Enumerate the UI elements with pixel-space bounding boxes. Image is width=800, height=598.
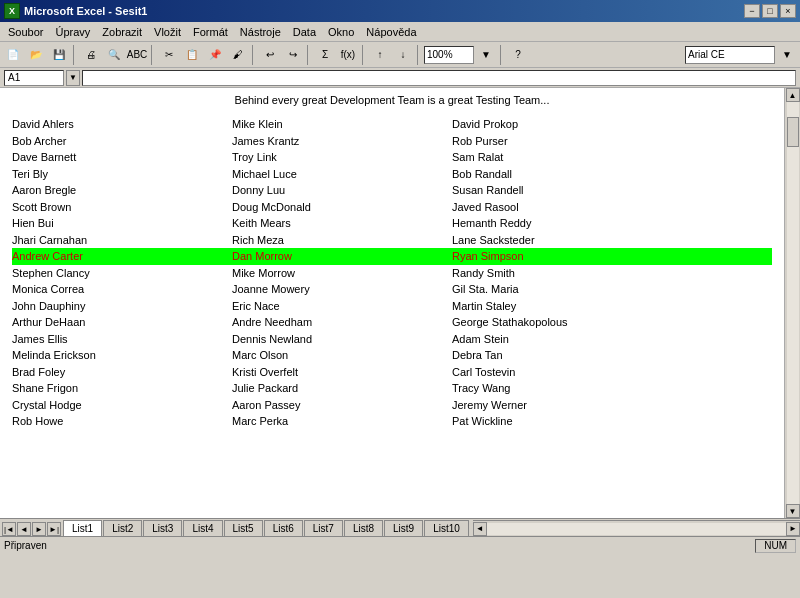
font-drop-button[interactable]: ▼	[776, 44, 798, 66]
name-col3: Jeremy Werner	[452, 397, 772, 414]
tab-prev-button[interactable]: ◄	[17, 522, 31, 536]
table-row: Crystal HodgeAaron PasseyJeremy Werner	[12, 397, 772, 414]
name-col2: Dennis Newland	[232, 331, 452, 348]
menu-soubor[interactable]: Soubor	[2, 25, 49, 39]
vertical-scrollbar[interactable]: ▲ ▼	[784, 88, 800, 518]
name-col3: Debra Tan	[452, 347, 772, 364]
name-col2: Andre Needham	[232, 314, 452, 331]
status-text: Připraven	[4, 540, 47, 551]
name-col2: Troy Link	[232, 149, 452, 166]
table-row: Melinda EricksonMarc OlsonDebra Tan	[12, 347, 772, 364]
name-col2: Mike Klein	[232, 116, 452, 133]
toolbar-separator-5	[362, 45, 366, 65]
cell-reference[interactable]: A1	[4, 70, 64, 86]
spell-check-button[interactable]: ABC	[126, 44, 148, 66]
table-row: David AhlersMike KleinDavid Prokop	[12, 116, 772, 133]
copy-button[interactable]: 📋	[181, 44, 203, 66]
redo-button[interactable]: ↪	[282, 44, 304, 66]
name-col2: Marc Olson	[232, 347, 452, 364]
name-col1: Jhari Carnahan	[12, 232, 232, 249]
table-row: Teri BlyMichael LuceBob Randall	[12, 166, 772, 183]
sheet-tab-list7[interactable]: List7	[304, 520, 343, 536]
name-col3: Gil Sta. Maria	[452, 281, 772, 298]
tab-next-button[interactable]: ►	[32, 522, 46, 536]
formula-bar: A1 ▼	[0, 68, 800, 88]
zoom-drop-button[interactable]: ▼	[475, 44, 497, 66]
sheet-tab-list9[interactable]: List9	[384, 520, 423, 536]
sheet-tab-list5[interactable]: List5	[224, 520, 263, 536]
name-col1: David Ahlers	[12, 116, 232, 133]
print-preview-button[interactable]: 🔍	[103, 44, 125, 66]
scroll-track[interactable]	[787, 102, 799, 504]
sort-asc-button[interactable]: ↑	[369, 44, 391, 66]
menu-zobrazit[interactable]: Zobrazit	[96, 25, 148, 39]
hscroll-right-button[interactable]: ►	[786, 522, 800, 536]
scroll-thumb[interactable]	[787, 117, 799, 147]
menu-upravy[interactable]: Úpravy	[49, 25, 96, 39]
toolbar-separator-4	[307, 45, 311, 65]
table-row: Arthur DeHaanAndre NeedhamGeorge Stathak…	[12, 314, 772, 331]
sheet-tab-list1[interactable]: List1	[63, 520, 102, 536]
name-col2: Doug McDonald	[232, 199, 452, 216]
name-col3: Sam Ralat	[452, 149, 772, 166]
tab-first-button[interactable]: |◄	[2, 522, 16, 536]
menu-format[interactable]: Formát	[187, 25, 234, 39]
hscroll-left-button[interactable]: ◄	[473, 522, 487, 536]
table-row: John DauphinyEric NaceMartin Staley	[12, 298, 772, 315]
sum-button[interactable]: Σ	[314, 44, 336, 66]
sheet-tab-list3[interactable]: List3	[143, 520, 182, 536]
hscroll-track[interactable]	[487, 523, 786, 535]
new-button[interactable]: 📄	[2, 44, 24, 66]
name-col3: George Stathakopolous	[452, 314, 772, 331]
format-painter-button[interactable]: 🖌	[227, 44, 249, 66]
save-button[interactable]: 💾	[48, 44, 70, 66]
formula-input[interactable]	[82, 70, 796, 86]
menu-bar: Soubor Úpravy Zobrazit Vložit Formát Nás…	[0, 22, 800, 42]
maximize-button[interactable]: □	[762, 4, 778, 18]
name-col1: Rob Howe	[12, 413, 232, 430]
zoom-box[interactable]: 100%	[424, 46, 474, 64]
window-title: Microsoft Excel - Sesit1	[24, 5, 148, 17]
scroll-up-button[interactable]: ▲	[786, 88, 800, 102]
font-box[interactable]: Arial CE	[685, 46, 775, 64]
paste-button[interactable]: 📌	[204, 44, 226, 66]
name-col1: Bob Archer	[12, 133, 232, 150]
undo-button[interactable]: ↩	[259, 44, 281, 66]
cut-button[interactable]: ✂	[158, 44, 180, 66]
minimize-button[interactable]: −	[744, 4, 760, 18]
sheet-tab-list8[interactable]: List8	[344, 520, 383, 536]
open-button[interactable]: 📂	[25, 44, 47, 66]
formula-drop-button[interactable]: ▼	[66, 70, 80, 86]
menu-vlozit[interactable]: Vložit	[148, 25, 187, 39]
table-row: Brad FoleyKristi OverfeltCarl Tostevin	[12, 364, 772, 381]
scroll-down-button[interactable]: ▼	[786, 504, 800, 518]
name-col2: Joanne Mowery	[232, 281, 452, 298]
sheet-tab-list10[interactable]: List10	[424, 520, 469, 536]
name-col1: Monica Correa	[12, 281, 232, 298]
num-lock-indicator: NUM	[755, 539, 796, 553]
name-col3: Javed Rasool	[452, 199, 772, 216]
name-col1: Teri Bly	[12, 166, 232, 183]
menu-data[interactable]: Data	[287, 25, 322, 39]
sheet-tab-list2[interactable]: List2	[103, 520, 142, 536]
print-button[interactable]: 🖨	[80, 44, 102, 66]
table-row: Jhari CarnahanRich MezaLane Sacksteder	[12, 232, 772, 249]
sheet-tab-list6[interactable]: List6	[264, 520, 303, 536]
name-col1: James Ellis	[12, 331, 232, 348]
menu-nastroje[interactable]: Nástroje	[234, 25, 287, 39]
tab-last-button[interactable]: ►|	[47, 522, 61, 536]
name-col2: Dan Morrow	[232, 248, 452, 265]
header-text: Behind every great Development Team is a…	[12, 94, 772, 106]
name-col1: Crystal Hodge	[12, 397, 232, 414]
name-col3: Lane Sacksteder	[452, 232, 772, 249]
sheet-tab-list4[interactable]: List4	[183, 520, 222, 536]
menu-okno[interactable]: Okno	[322, 25, 360, 39]
sort-desc-button[interactable]: ↓	[392, 44, 414, 66]
table-row: Dave BarnettTroy LinkSam Ralat	[12, 149, 772, 166]
table-row: Monica CorreaJoanne MoweryGil Sta. Maria	[12, 281, 772, 298]
help-button[interactable]: ?	[507, 44, 529, 66]
close-button[interactable]: ×	[780, 4, 796, 18]
name-col1: Melinda Erickson	[12, 347, 232, 364]
function-button[interactable]: f(x)	[337, 44, 359, 66]
menu-napoveda[interactable]: Nápověda	[360, 25, 422, 39]
